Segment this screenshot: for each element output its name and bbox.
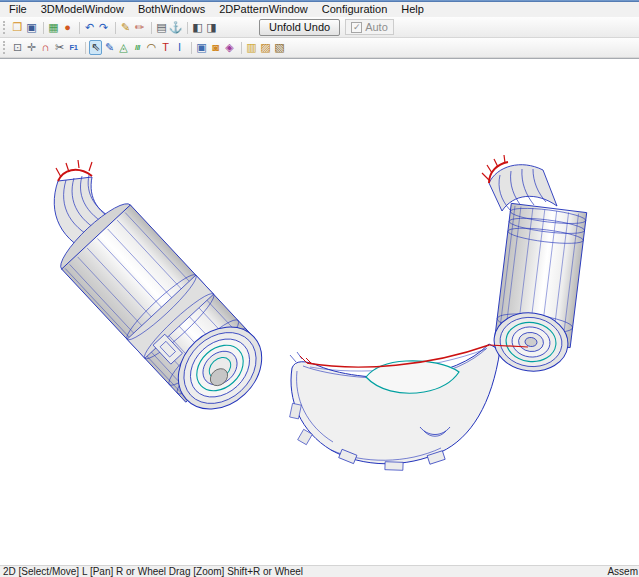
help-f1-icon[interactable]: F1 xyxy=(67,40,80,55)
model-right-tube-elbow xyxy=(482,155,557,211)
menu-2dpatternwindow[interactable]: 2DPatternWindow xyxy=(212,3,315,16)
show-3d-window-icon[interactable]: ◧ xyxy=(191,20,204,35)
print-pattern-icon[interactable]: ▧ xyxy=(273,40,286,55)
menu-file[interactable]: File xyxy=(2,3,34,16)
main-toolbar: ❒▣▦●↶↷✎✏▤⚓◧◨ Unfold Undo ✓ Auto xyxy=(0,17,639,38)
pan-view-icon[interactable]: ✛ xyxy=(25,40,38,55)
show-2d-window-icon[interactable]: ◨ xyxy=(205,20,218,35)
auto-checkbox-label: Auto xyxy=(365,21,388,33)
edge-color-icon[interactable]: /// xyxy=(131,40,144,55)
menu-help[interactable]: Help xyxy=(394,3,431,16)
model-viewport[interactable] xyxy=(0,58,639,565)
app-window: File3DModelWindowBothWindows2DPatternWin… xyxy=(0,0,639,577)
edit-flaps-icon[interactable]: ✎ xyxy=(103,40,116,55)
knife-icon[interactable]: ✂ xyxy=(53,40,66,55)
marker-pen-icon[interactable]: ✏ xyxy=(133,20,146,35)
model-crescent-panel xyxy=(290,344,500,470)
toolbar-grip[interactable] xyxy=(3,41,7,54)
pen-tool-icon[interactable]: ✎ xyxy=(119,20,132,35)
image-insert-icon[interactable]: ▣ xyxy=(195,40,208,55)
tools-toolbar-icons: ⊡✛∩✂F1⇖✎◬///◠TI▣◙◈▥▨▧ xyxy=(11,40,287,55)
undo-icon[interactable]: ↶ xyxy=(83,20,96,35)
tools-toolbar: ⊡✛∩✂F1⇖✎◬///◠TI▣◙◈▥▨▧ xyxy=(0,38,639,58)
status-bar: 2D [Select/Move] L [Pan] R or Wheel Drag… xyxy=(0,565,639,577)
redo-icon[interactable]: ↷ xyxy=(97,20,110,35)
divide-join-face-icon[interactable]: ◬ xyxy=(117,40,130,55)
main-toolbar-icons: ❒▣▦●↶↷✎✏▤⚓◧◨ xyxy=(11,20,219,35)
magnet-icon[interactable]: ∩ xyxy=(39,40,52,55)
texture-window-icon[interactable]: ▦ xyxy=(47,20,60,35)
material-ball-icon[interactable]: ● xyxy=(61,20,74,35)
unfold-undo-button[interactable]: Unfold Undo xyxy=(259,19,340,36)
menu-3dmodelwindow[interactable]: 3DModelWindow xyxy=(34,3,131,16)
model-3d-render xyxy=(0,59,639,565)
pattern-sheet-icon[interactable]: ▥ xyxy=(245,40,258,55)
checkbox-checked-icon: ✓ xyxy=(351,22,362,33)
parts-folder-icon[interactable]: ▨ xyxy=(259,40,272,55)
select-frame-icon[interactable]: ⊡ xyxy=(11,40,24,55)
fold-line-icon[interactable]: ◠ xyxy=(145,40,158,55)
print-setup-icon[interactable]: ▤ xyxy=(155,20,168,35)
select-move-tool-icon[interactable]: ⇖ xyxy=(89,40,102,55)
menu-bothwindows[interactable]: BothWindows xyxy=(131,3,212,16)
auto-checkbox[interactable]: ✓ Auto xyxy=(345,19,394,35)
save-file-icon[interactable]: ▣ xyxy=(25,20,38,35)
menu-bar: File3DModelWindowBothWindows2DPatternWin… xyxy=(0,2,639,17)
text-tool-icon[interactable]: T xyxy=(159,40,172,55)
palette-icon[interactable]: ◈ xyxy=(223,40,236,55)
menu-configuration[interactable]: Configuration xyxy=(315,3,394,16)
status-right-label: Assem xyxy=(607,566,638,577)
measure-tool-icon[interactable]: I xyxy=(173,40,186,55)
paint-face-icon[interactable]: ◙ xyxy=(209,40,222,55)
open-file-icon[interactable]: ❒ xyxy=(11,20,24,35)
status-hint-text: 2D [Select/Move] L [Pan] R or Wheel Drag… xyxy=(3,566,303,577)
anchor-icon[interactable]: ⚓ xyxy=(169,20,182,35)
toolbar-grip[interactable] xyxy=(3,21,7,34)
